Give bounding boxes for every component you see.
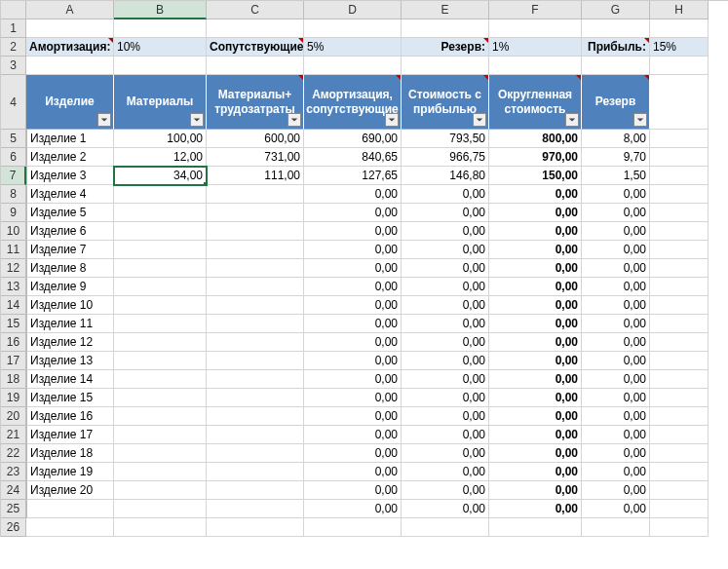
cell-materials[interactable] [114,426,207,444]
cell-name[interactable]: Изделие 14 [26,370,114,389]
row-header-6[interactable]: 6 [1,148,26,167]
cell-rounded[interactable]: 0,00 [489,241,582,259]
column-header-H[interactable]: H [650,1,709,19]
row-header-13[interactable]: 13 [1,278,26,296]
cell-name[interactable]: Изделие 13 [26,352,114,370]
cell[interactable] [650,185,709,204]
cell-price[interactable]: 0,00 [402,333,489,352]
param-rez-label[interactable]: Резерв: [402,38,489,57]
cell-reserve[interactable]: 0,00 [582,444,650,463]
cell-materials[interactable] [114,222,207,241]
cell[interactable] [304,19,402,38]
cell-labor[interactable] [207,222,304,241]
cell-amort[interactable]: 0,00 [304,185,402,204]
filter-dropdown-icon[interactable] [633,113,647,127]
cell-amort[interactable]: 0,00 [304,278,402,296]
cell-amort[interactable]: 840,65 [304,148,402,167]
cell-reserve[interactable]: 0,00 [582,333,650,352]
cell-labor[interactable] [207,315,304,333]
cell-materials[interactable] [114,241,207,259]
cell[interactable] [650,500,709,518]
cell-name[interactable]: Изделие 12 [26,333,114,352]
cell-amort[interactable]: 0,00 [304,222,402,241]
cell-labor[interactable] [207,444,304,463]
cell[interactable] [650,19,709,38]
cell[interactable] [650,278,709,296]
row-header-2[interactable]: 2 [1,38,26,57]
cell[interactable] [650,370,709,389]
cell-price[interactable]: 966,75 [402,148,489,167]
cell[interactable] [402,57,489,75]
cell-amort[interactable]: 0,00 [304,444,402,463]
param-rez-value[interactable]: 1% [489,38,582,57]
row-header-8[interactable]: 8 [1,185,26,204]
cell-price[interactable]: 0,00 [402,185,489,204]
cell-price[interactable]: 0,00 [402,259,489,278]
row-header-22[interactable]: 22 [1,444,26,463]
column-header-B[interactable]: B [114,1,207,19]
row-header-21[interactable]: 21 [1,426,26,444]
cell-labor[interactable] [207,333,304,352]
cell-rounded[interactable]: 0,00 [489,389,582,407]
cell-rounded[interactable]: 0,00 [489,500,582,518]
cell-name[interactable]: Изделие 15 [26,389,114,407]
cell[interactable] [114,518,207,537]
cell-labor[interactable] [207,463,304,481]
cell-reserve[interactable]: 0,00 [582,241,650,259]
cell-reserve[interactable]: 0,00 [582,370,650,389]
cell-rounded[interactable]: 0,00 [489,463,582,481]
cell-reserve[interactable]: 0,00 [582,389,650,407]
cell[interactable] [650,296,709,315]
cell-materials[interactable] [114,315,207,333]
cell[interactable] [26,57,114,75]
cell[interactable] [650,75,709,130]
cell-labor[interactable] [207,426,304,444]
column-header-F[interactable]: F [489,1,582,19]
cell-name[interactable]: Изделие 8 [26,259,114,278]
cell-rounded[interactable]: 0,00 [489,370,582,389]
cell-amort[interactable]: 0,00 [304,370,402,389]
cell-rounded[interactable]: 0,00 [489,185,582,204]
cell-price[interactable]: 0,00 [402,389,489,407]
cell-amort[interactable]: 0,00 [304,204,402,222]
cell-amort[interactable]: 127,65 [304,167,402,185]
cell-name[interactable] [26,500,114,518]
table-header-2[interactable]: Материалы+ трудозатраты [207,75,304,130]
cell-rounded[interactable]: 0,00 [489,296,582,315]
param-amort-value[interactable]: 10% [114,38,207,57]
row-header-18[interactable]: 18 [1,370,26,389]
cell-price[interactable]: 793,50 [402,130,489,148]
cell-rounded[interactable]: 0,00 [489,444,582,463]
cell-rounded[interactable]: 0,00 [489,259,582,278]
filter-dropdown-icon[interactable] [565,113,579,127]
filter-dropdown-icon[interactable] [287,113,301,127]
cell-price[interactable]: 0,00 [402,426,489,444]
cell-price[interactable]: 146,80 [402,167,489,185]
cell-rounded[interactable]: 0,00 [489,352,582,370]
cell-price[interactable]: 0,00 [402,352,489,370]
column-header-D[interactable]: D [304,1,402,19]
param-prib-label[interactable]: Прибыль: [582,38,650,57]
cell[interactable] [650,407,709,426]
cell-labor[interactable] [207,185,304,204]
cell[interactable] [26,19,114,38]
cell-reserve[interactable]: 0,00 [582,185,650,204]
cell-price[interactable]: 0,00 [402,204,489,222]
cell-labor[interactable] [207,389,304,407]
cell-reserve[interactable]: 8,00 [582,130,650,148]
cell-price[interactable]: 0,00 [402,481,489,500]
cell[interactable] [650,315,709,333]
cell-amort[interactable]: 0,00 [304,315,402,333]
cell-amort[interactable]: 0,00 [304,352,402,370]
cell-amort[interactable]: 0,00 [304,389,402,407]
cell[interactable] [582,57,650,75]
cell[interactable] [650,241,709,259]
param-amort-label[interactable]: Амортизация: [26,38,114,57]
cell-rounded[interactable]: 0,00 [489,315,582,333]
cell-price[interactable]: 0,00 [402,315,489,333]
cell-materials[interactable]: 12,00 [114,148,207,167]
cell[interactable] [650,204,709,222]
cell[interactable] [489,19,582,38]
table-header-6[interactable]: Резерв [582,75,650,130]
cell-price[interactable]: 0,00 [402,407,489,426]
